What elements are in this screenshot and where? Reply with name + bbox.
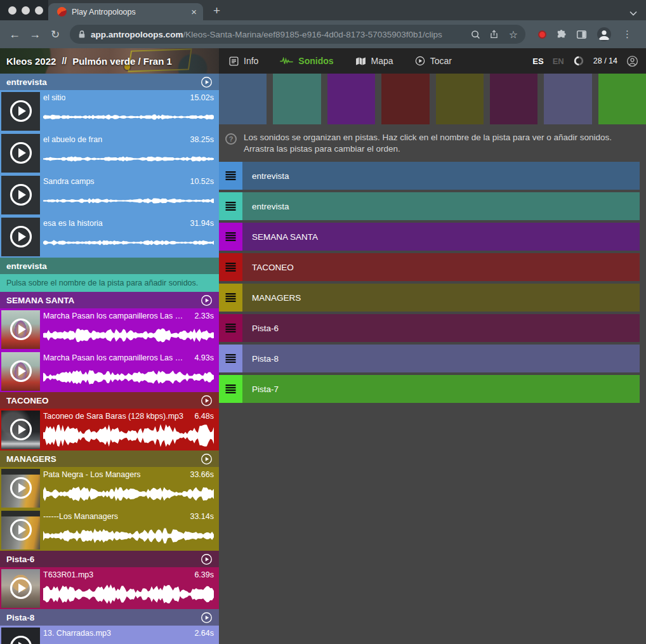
forward-button[interactable]: → <box>27 28 43 41</box>
track-row-body[interactable]: SEMANA SANTA <box>242 223 640 251</box>
zoom-window-button[interactable] <box>35 6 43 15</box>
drag-handle[interactable] <box>219 284 242 312</box>
drag-handle[interactable] <box>219 162 242 190</box>
clip-duration: 38.25s <box>190 135 214 144</box>
tab-sonidos-label: Sonidos <box>298 56 333 66</box>
drag-handle[interactable] <box>219 223 242 251</box>
tab-tocar[interactable]: Tocar <box>415 56 452 66</box>
clip-play-button[interactable] <box>1 569 40 608</box>
drag-handle[interactable] <box>219 345 242 372</box>
share-icon[interactable] <box>489 29 499 39</box>
lock-icon[interactable] <box>78 30 86 39</box>
play-circle-icon <box>415 56 425 66</box>
clip[interactable]: el abuelo de fran38.25s <box>0 132 219 174</box>
help-text: Los sonidos se organizan en pistas. Haz … <box>244 132 640 155</box>
back-button[interactable]: ← <box>6 28 23 41</box>
clip-play-button[interactable] <box>1 469 40 508</box>
record-extension-icon[interactable] <box>538 30 546 39</box>
track-row[interactable]: MANAGERS <box>219 284 640 312</box>
clip[interactable]: Marcha Pasan los campanilleros Las Mejor… <box>0 308 219 350</box>
track-section-header[interactable]: TACONEO <box>0 392 219 409</box>
clip[interactable]: Pata Negra - Los Managers33.66s <box>0 467 219 509</box>
track-section-header[interactable]: entrevista <box>0 258 219 274</box>
track-row[interactable]: entrevista <box>219 162 640 190</box>
tab-strip: Play Antropoloops × + <box>0 0 646 20</box>
track-row-body[interactable]: Pista-7 <box>242 375 640 403</box>
track-row[interactable]: TACONEO <box>219 253 640 281</box>
clip-play-button[interactable] <box>1 628 40 644</box>
clip-play-button[interactable] <box>1 411 40 449</box>
track-row-body[interactable]: MANAGERS <box>242 284 640 312</box>
clip[interactable]: Taconeo de Sara Baras (128 kbps).mp36.48… <box>0 409 219 450</box>
clip-play-button[interactable] <box>1 511 40 549</box>
track-row-body[interactable]: entrevista <box>242 192 640 220</box>
project-map-thumbnail[interactable]: Kleos 2022 // Pulmón verde / Fran 1 <box>0 48 219 74</box>
track-section-header[interactable]: Pista-6 <box>0 551 219 567</box>
browser-tab[interactable]: Play Antropoloops × <box>48 3 203 20</box>
clip[interactable]: T633R01.mp36.39s <box>0 567 219 609</box>
address-bar[interactable]: app.antropoloops.com/Kleos-Santa-Marina/… <box>70 25 525 44</box>
breadcrumb: Kleos 2022 // Pulmón verde / Fran 1 <box>6 48 172 74</box>
track-row-body[interactable]: entrevista <box>242 162 640 190</box>
side-panel-icon[interactable] <box>576 29 587 40</box>
tab-title: Play Antropoloops <box>72 8 186 16</box>
drag-handle[interactable] <box>219 375 242 403</box>
play-track-button[interactable] <box>201 612 213 624</box>
drag-handle[interactable] <box>219 314 242 342</box>
track-section-header[interactable]: MANAGERS <box>0 450 219 467</box>
close-window-button[interactable] <box>8 6 16 15</box>
breadcrumb-separator: // <box>62 56 67 66</box>
clip[interactable]: Marcha Pasan los campanilleros Las Mejor… <box>0 350 219 392</box>
track-row-body[interactable]: TACONEO <box>242 253 640 281</box>
clip-play-button[interactable] <box>1 310 40 349</box>
clip-play-button[interactable] <box>1 352 40 391</box>
track-row[interactable]: SEMANA SANTA <box>219 223 640 251</box>
drag-handle[interactable] <box>219 192 242 220</box>
clip-title: Pata Negra - Los Managers <box>43 470 141 479</box>
play-track-button[interactable] <box>201 294 213 306</box>
clip[interactable]: esa es la historia31.94s <box>0 216 219 258</box>
track-row[interactable]: Pista-6 <box>219 314 640 342</box>
track-row[interactable]: Pista-7 <box>219 375 640 403</box>
map-icon <box>355 57 366 65</box>
play-track-button[interactable] <box>201 76 213 88</box>
track-row[interactable]: Pista-8 <box>219 345 640 372</box>
drag-handle[interactable] <box>219 253 242 281</box>
tab-mapa[interactable]: Mapa <box>355 56 393 66</box>
clip[interactable]: 13. Charradas.mp32.64s <box>0 626 219 644</box>
track-section-header[interactable]: Pista-8 <box>0 609 219 626</box>
track-row-body[interactable]: Pista-8 <box>242 345 640 372</box>
extensions-puzzle-icon[interactable] <box>556 29 567 40</box>
clip[interactable]: el sitio15.02s <box>0 90 219 132</box>
tab-info[interactable]: Info <box>229 56 258 66</box>
tab-sonidos[interactable]: Sonidos <box>280 56 333 66</box>
browser-profile-avatar[interactable] <box>597 27 612 42</box>
play-track-button[interactable] <box>201 453 213 465</box>
play-track-button[interactable] <box>201 553 213 565</box>
clip-play-button[interactable] <box>1 218 40 256</box>
new-tab-button[interactable]: + <box>213 4 220 18</box>
zoom-page-icon[interactable] <box>471 30 480 39</box>
track-row[interactable]: entrevista <box>219 192 640 220</box>
play-track-button[interactable] <box>201 395 213 407</box>
clip-play-button[interactable] <box>1 92 40 131</box>
app-header-right: ES EN 28 / 14 <box>532 48 646 74</box>
lang-en-button[interactable]: EN <box>553 56 564 66</box>
bookmark-star-icon[interactable]: ☆ <box>509 29 518 41</box>
browser-menu-icon[interactable]: ⋮ <box>623 29 632 40</box>
track-section-header[interactable]: entrevista <box>0 74 219 90</box>
clip[interactable]: ------Los Mananagers33.14s <box>0 509 219 551</box>
track-row-body[interactable]: Pista-6 <box>242 314 640 342</box>
account-icon[interactable] <box>626 55 638 67</box>
clip-play-button[interactable] <box>1 134 40 173</box>
track-name: entrevista <box>252 171 289 181</box>
track-section-header[interactable]: SEMANA SANTA <box>0 292 219 308</box>
close-tab-icon[interactable]: × <box>191 7 197 16</box>
lang-es-button[interactable]: ES <box>532 56 543 66</box>
reload-button[interactable]: ↻ <box>47 28 63 41</box>
clip[interactable]: Sandra camps10.52s <box>0 174 219 216</box>
clip-play-button[interactable] <box>1 176 40 214</box>
tab-search-chevron-icon[interactable] <box>630 11 637 16</box>
track-color-swatch <box>273 74 320 124</box>
minimize-window-button[interactable] <box>22 6 30 15</box>
